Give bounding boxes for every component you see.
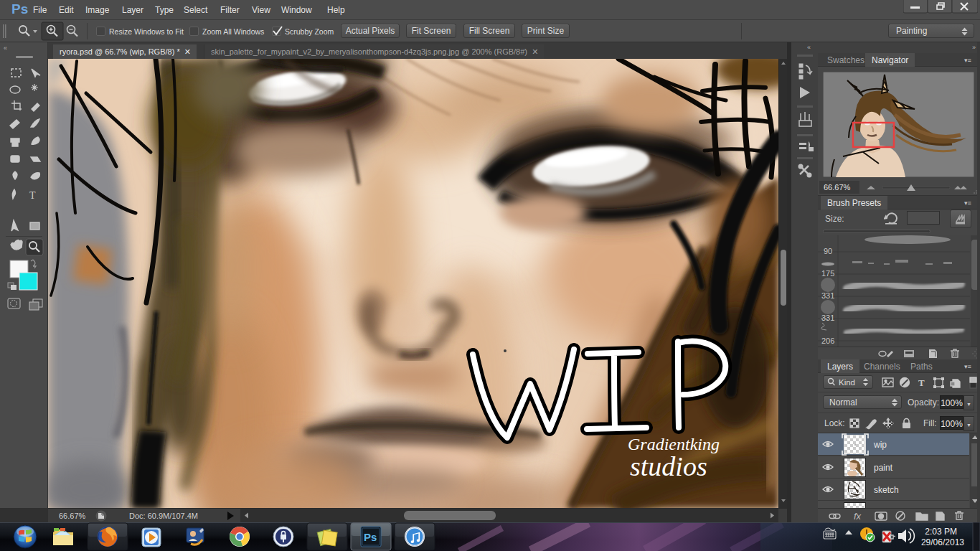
svg-text:«: «: [4, 44, 7, 52]
svg-text:206: 206: [821, 336, 834, 345]
svg-text:175: 175: [821, 269, 834, 278]
svg-text:29/06/2013: 29/06/2013: [921, 537, 964, 547]
svg-text:«: «: [807, 44, 811, 51]
svg-text:Kind: Kind: [839, 378, 855, 387]
svg-text:T: T: [918, 377, 925, 388]
svg-text:T: T: [29, 190, 36, 201]
svg-text:331: 331: [821, 291, 834, 300]
svg-text:90: 90: [824, 247, 832, 255]
svg-text:fx: fx: [854, 511, 862, 522]
svg-text:Ps: Ps: [364, 531, 377, 543]
svg-text:studios: studios: [630, 451, 707, 481]
svg-text:2:03 PM: 2:03 PM: [925, 527, 957, 537]
